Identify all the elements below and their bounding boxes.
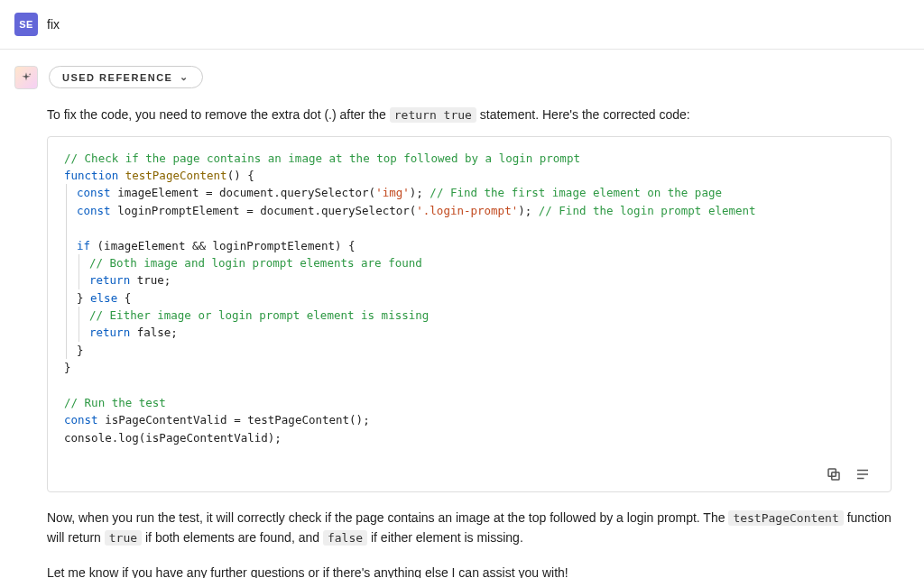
assistant-message-row: USED REFERENCE ⌄	[0, 50, 924, 89]
wrap-icon[interactable]	[855, 466, 871, 482]
code-l16: const	[64, 413, 98, 427]
assistant-avatar	[14, 66, 38, 89]
inline-code-testpagecontent: testPageContent	[728, 510, 843, 526]
outro1a: Now, when you run the test, it will corr…	[47, 510, 728, 525]
code-l6r: (imageElement && loginPromptElement) {	[90, 239, 356, 252]
code-l17: console.log(isPageContentValid);	[64, 431, 282, 445]
used-reference-pill[interactable]: USED REFERENCE ⌄	[49, 66, 203, 88]
code-l12: }	[77, 344, 84, 357]
code-l7: // Both image and login prompt elements …	[89, 256, 422, 270]
user-prompt-text: fix	[47, 17, 60, 32]
copy-icon[interactable]	[826, 466, 842, 482]
code-l3: const	[77, 186, 111, 199]
code-l16r: isPageContentValid = testPageContent();	[98, 413, 370, 427]
used-reference-label: USED REFERENCE	[62, 72, 172, 83]
inline-code-false: false	[323, 530, 367, 546]
outro1d: if either element is missing.	[367, 530, 523, 545]
code-l4b: );	[518, 204, 539, 217]
code-l8r: true;	[130, 273, 171, 287]
code-l1: // Check if the page contains an image a…	[64, 151, 580, 165]
code-l3a: imageElement = document.querySelector(	[111, 186, 376, 199]
code-l10: // Either image or login prompt element …	[89, 308, 429, 322]
code-l2-fn: testPageContent	[118, 169, 226, 182]
user-avatar: SE	[14, 13, 38, 36]
code-l2-kw: function	[64, 169, 118, 182]
code-block: // Check if the page contains an image a…	[47, 136, 892, 492]
sparkle-icon	[20, 71, 32, 84]
intro-paragraph: To fix the code, you need to remove the …	[47, 106, 892, 125]
code-l4: const	[77, 204, 111, 217]
inline-code-true: true	[105, 530, 142, 546]
code-l9b: {	[117, 291, 131, 305]
code-l8: return	[89, 273, 130, 287]
code-l2-r: () {	[227, 169, 254, 182]
intro-text-after: statement. Here's the corrected code:	[476, 107, 690, 122]
code-l3b: );	[410, 186, 430, 199]
user-message-row: SE fix	[0, 0, 924, 50]
avatar-initials: SE	[19, 19, 33, 30]
code-l11r: false;	[130, 326, 178, 339]
outro-paragraph-2: Let me know if you have any further ques…	[47, 564, 892, 578]
chevron-down-icon: ⌄	[180, 71, 189, 83]
assistant-content: To fix the code, you need to remove the …	[0, 106, 924, 578]
intro-text-before: To fix the code, you need to remove the …	[47, 107, 390, 122]
inline-code-return-true: return true	[390, 107, 476, 123]
code-l9a: }	[77, 291, 90, 305]
code-l4c: // Find the login prompt element	[539, 204, 756, 217]
code-l9k: else	[90, 291, 117, 305]
outro-paragraph-1: Now, when you run the test, it will corr…	[47, 509, 892, 547]
code-l11: return	[89, 326, 130, 339]
code-l6: if	[77, 239, 90, 252]
code-l3c: // Find the first image element on the p…	[430, 186, 722, 199]
outro1c: if both elements are found, and	[142, 530, 323, 545]
code-l15: // Run the test	[64, 396, 166, 409]
code-l13: }	[64, 361, 71, 374]
code-l4s: '.login-prompt'	[416, 204, 518, 217]
code-l4a: loginPromptElement = document.querySelec…	[111, 204, 417, 217]
code-l3s: 'img'	[375, 186, 410, 199]
code-block-actions	[64, 446, 874, 482]
